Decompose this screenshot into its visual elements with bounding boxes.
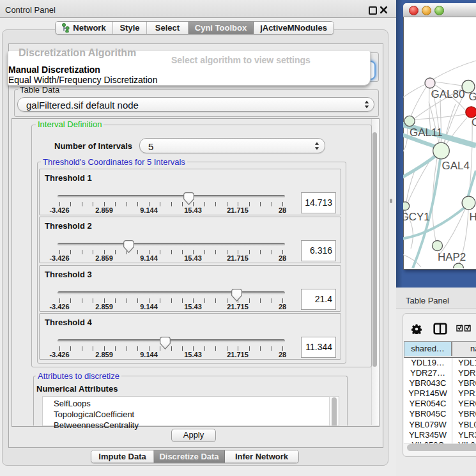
svg-text:GAL4: GAL4	[442, 160, 470, 172]
svg-text:GAL11: GAL11	[410, 127, 443, 139]
svg-text:HAP2: HAP2	[438, 251, 466, 263]
svg-text:H: H	[470, 211, 476, 223]
svg-text:GCY1: GCY1	[403, 211, 430, 223]
svg-text:CD: CD	[472, 116, 476, 128]
svg-text:GAL80: GAL80	[431, 88, 465, 100]
svg-text:GAL2: GAL2	[469, 91, 476, 103]
